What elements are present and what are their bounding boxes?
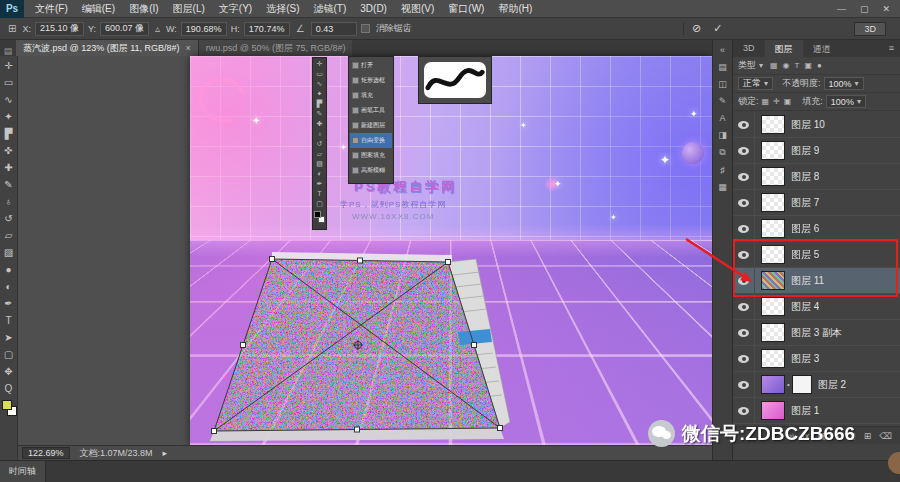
layer-thumbnail[interactable] bbox=[761, 271, 785, 290]
hand-tool[interactable]: ✥ bbox=[0, 363, 18, 380]
layer-thumbnail[interactable] bbox=[761, 167, 785, 186]
zoom-level-input[interactable]: 122.69% bbox=[22, 447, 70, 459]
layers-footer-icon-6[interactable]: ⌫ bbox=[879, 431, 892, 441]
panel-menu-icon[interactable]: ≡ bbox=[883, 40, 900, 57]
history-brush-tool[interactable]: ↺ bbox=[0, 210, 18, 227]
eyedropper-tool[interactable]: ✜ bbox=[0, 142, 18, 159]
document-canvas[interactable]: ✦✦✦✦✦✦✦✦✦✦ PS教程自学网 学PS，就到PS教程自学网 WWW.16X… bbox=[190, 56, 712, 445]
layer-row-4[interactable]: 图层 6 bbox=[733, 216, 900, 242]
angle-input[interactable]: 0.43 bbox=[311, 22, 357, 36]
filter-kind-icon-0[interactable]: ▦ bbox=[770, 61, 778, 70]
gradient-tool[interactable]: ▨ bbox=[0, 244, 18, 261]
layer-row-8[interactable]: 图层 3 副本 bbox=[733, 320, 900, 346]
visibility-toggle[interactable] bbox=[733, 216, 755, 242]
visibility-toggle[interactable] bbox=[733, 190, 755, 216]
zoom-tool[interactable]: Q bbox=[0, 380, 18, 397]
timeline-tab[interactable]: 时间轴 bbox=[0, 461, 46, 482]
dock-panel-icon-4[interactable]: A bbox=[719, 113, 725, 123]
width-input[interactable]: 190.68% bbox=[181, 22, 227, 36]
dock-panel-icon-2[interactable]: ◫ bbox=[718, 79, 727, 89]
transform-overlay[interactable] bbox=[190, 56, 712, 445]
layer-thumbnail[interactable] bbox=[761, 141, 785, 160]
lock-icon-1[interactable]: ✛ bbox=[773, 97, 780, 106]
layer-row-10[interactable]: •图层 2 bbox=[733, 372, 900, 398]
filter-kind-icon-1[interactable]: ◉ bbox=[783, 61, 790, 70]
visibility-toggle[interactable] bbox=[733, 242, 755, 268]
menu-item-7[interactable]: 3D(D) bbox=[353, 0, 394, 18]
foreground-color-swatch[interactable] bbox=[2, 400, 12, 410]
menu-item-9[interactable]: 窗口(W) bbox=[441, 0, 491, 18]
crop-tool[interactable]: ▛ bbox=[0, 125, 18, 142]
filter-kind-icon-2[interactable]: T bbox=[795, 61, 800, 70]
visibility-toggle[interactable] bbox=[733, 372, 755, 398]
visibility-toggle[interactable] bbox=[733, 164, 755, 190]
shape-tool[interactable]: ▢ bbox=[0, 346, 18, 363]
layer-thumbnail[interactable] bbox=[761, 297, 785, 316]
clone-stamp-tool[interactable]: ♁ bbox=[0, 193, 18, 210]
menu-item-5[interactable]: 选择(S) bbox=[259, 0, 306, 18]
visibility-toggle[interactable] bbox=[733, 138, 755, 164]
document-tab-active[interactable]: 蒸汽波.psd @ 123% (图层 11, RGB/8#) × bbox=[16, 40, 198, 56]
reference-point-icon[interactable]: ⊞ bbox=[6, 23, 18, 34]
layer-thumbnail[interactable] bbox=[761, 323, 785, 342]
layers-footer-icon-5[interactable]: ⊞ bbox=[864, 431, 872, 441]
x-input[interactable]: 215.10 像 bbox=[35, 22, 84, 36]
filter-kind-label[interactable]: 类型 bbox=[738, 59, 756, 72]
layer-row-2[interactable]: 图层 8 bbox=[733, 164, 900, 190]
tab-strip-icon[interactable]: ▤ bbox=[0, 46, 16, 56]
dock-panel-icon-8[interactable]: ▦ bbox=[718, 182, 727, 192]
workspace-switcher[interactable]: 3D bbox=[854, 22, 886, 36]
dock-panel-icon-5[interactable]: ◨ bbox=[718, 130, 727, 140]
antialias-checkbox[interactable] bbox=[361, 24, 370, 33]
layer-thumbnail[interactable] bbox=[761, 193, 785, 212]
fill-input[interactable]: 100% ▾ bbox=[826, 95, 866, 108]
blend-mode-select[interactable]: 正常 ▾ bbox=[738, 77, 773, 90]
layer-thumbnail[interactable] bbox=[761, 219, 785, 238]
dock-panel-icon-6[interactable]: ⧉ bbox=[719, 147, 725, 158]
eraser-tool[interactable]: ▱ bbox=[0, 227, 18, 244]
blur-tool[interactable]: ● bbox=[0, 261, 18, 278]
layer-row-7[interactable]: 图层 4 bbox=[733, 294, 900, 320]
dock-panel-icon-0[interactable]: « bbox=[720, 45, 725, 55]
panel-tab-2[interactable]: 通道 bbox=[803, 40, 841, 57]
layer-thumbnail[interactable] bbox=[761, 401, 785, 420]
visibility-toggle[interactable] bbox=[733, 112, 755, 138]
path-selection-tool[interactable]: ➤ bbox=[0, 329, 18, 346]
menu-item-2[interactable]: 图像(I) bbox=[122, 0, 165, 18]
menu-item-6[interactable]: 滤镜(T) bbox=[307, 0, 354, 18]
layer-row-6[interactable]: 图层 11 bbox=[733, 268, 900, 294]
magic-wand-tool[interactable]: ✦ bbox=[0, 108, 18, 125]
panel-tab-1[interactable]: 图层 bbox=[765, 40, 803, 57]
layer-row-0[interactable]: 图层 10 bbox=[733, 112, 900, 138]
document-tab-inactive[interactable]: rwu.psd @ 50% (图层 75, RGB/8#) bbox=[198, 40, 353, 56]
layer-thumbnail[interactable] bbox=[761, 375, 785, 394]
layer-row-5[interactable]: 图层 5 bbox=[733, 242, 900, 268]
panel-tab-0[interactable]: 3D bbox=[733, 40, 765, 57]
pen-tool[interactable]: ✒ bbox=[0, 295, 18, 312]
close-button[interactable]: ✕ bbox=[882, 4, 890, 14]
commit-transform-button[interactable]: ✓ bbox=[713, 22, 722, 35]
layer-row-3[interactable]: 图层 7 bbox=[733, 190, 900, 216]
menu-item-0[interactable]: 文件(F) bbox=[28, 0, 75, 18]
maximize-button[interactable]: ▢ bbox=[860, 4, 869, 14]
healing-brush-tool[interactable]: ✚ bbox=[0, 159, 18, 176]
layer-thumbnail[interactable] bbox=[761, 115, 785, 134]
minimize-button[interactable]: — bbox=[837, 4, 846, 14]
menu-item-10[interactable]: 帮助(H) bbox=[491, 0, 539, 18]
opacity-input[interactable]: 100% ▾ bbox=[824, 77, 864, 90]
visibility-toggle[interactable] bbox=[733, 320, 755, 346]
y-input[interactable]: 600.07 像 bbox=[100, 22, 149, 36]
link-dimensions-icon[interactable]: ▵ bbox=[153, 23, 162, 34]
filter-kind-icon-3[interactable]: ▣ bbox=[804, 61, 812, 70]
dodge-tool[interactable]: ◐ bbox=[0, 278, 18, 295]
layer-thumbnail[interactable] bbox=[761, 245, 785, 264]
layer-row-1[interactable]: 图层 9 bbox=[733, 138, 900, 164]
tab-close-icon[interactable]: × bbox=[186, 43, 191, 53]
menu-item-8[interactable]: 视图(V) bbox=[394, 0, 441, 18]
menu-item-1[interactable]: 编辑(E) bbox=[75, 0, 122, 18]
menu-item-4[interactable]: 文字(Y) bbox=[212, 0, 259, 18]
height-input[interactable]: 170.74% bbox=[244, 22, 290, 36]
filter-caret-icon[interactable]: ▾ bbox=[759, 61, 763, 70]
visibility-toggle[interactable] bbox=[733, 294, 755, 320]
rectangular-marquee-tool[interactable]: ▭ bbox=[0, 74, 18, 91]
